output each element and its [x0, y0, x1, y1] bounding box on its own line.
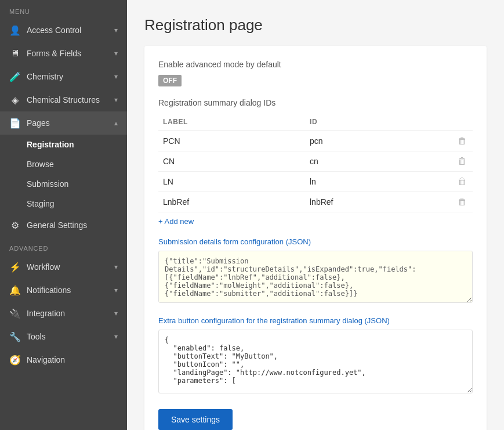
col-label-header: LABEL [158, 118, 305, 126]
sidebar-item-pages[interactable]: 📄 Pages ▴ [0, 111, 127, 135]
main-content: Registration page Enable advanced mode b… [127, 0, 504, 430]
sidebar-subitem-label: Submission [27, 179, 68, 189]
sidebar-subitem-label: Staging [27, 199, 54, 208]
sidebar-subitem-label: Registration [27, 140, 74, 149]
row-label: CN [158, 157, 305, 166]
workflow-icon: ⚡ [9, 261, 21, 273]
chemical-structures-icon: ◈ [9, 94, 21, 106]
chevron-down-icon: ▾ [114, 309, 118, 317]
row-id: cn [305, 157, 452, 166]
sidebar-item-label: Forms & Fields [27, 49, 114, 58]
sidebar-item-label: Workflow [27, 262, 114, 272]
sidebar-subitem-staging[interactable]: Staging [0, 194, 127, 214]
chevron-down-icon: ▾ [114, 286, 118, 294]
navigation-icon: 🧭 [9, 354, 21, 366]
row-id: ln [305, 177, 452, 186]
table-row: LnbRef lnbRef 🗑 [158, 192, 473, 212]
sidebar-subitem-submission[interactable]: Submission [0, 174, 127, 194]
save-settings-button[interactable]: Save settings [158, 409, 233, 430]
table-row: LN ln 🗑 [158, 172, 473, 192]
sidebar-item-notifications[interactable]: 🔔 Notifications ▾ [0, 279, 127, 302]
forms-icon: 🖥 [9, 48, 21, 59]
bell-icon: 🔔 [9, 284, 21, 296]
chemistry-icon: 🧪 [9, 71, 21, 82]
sidebar-item-tools[interactable]: 🔧 Tools ▾ [0, 325, 127, 348]
settings-card: Enable advanced mode by default OFF Regi… [144, 46, 487, 430]
integration-icon: 🔌 [9, 308, 21, 319]
sidebar-item-forms-fields[interactable]: 🖥 Forms & Fields ▾ [0, 42, 127, 65]
pages-icon: 📄 [9, 117, 21, 129]
gear-icon: ⚙ [9, 219, 21, 231]
chevron-up-icon: ▴ [114, 119, 118, 127]
sidebar-item-label: Tools [27, 332, 114, 341]
sidebar-subitem-registration[interactable]: Registration [0, 135, 127, 154]
sidebar-item-chemical-structures[interactable]: ◈ Chemical Structures ▾ [0, 88, 127, 111]
menu-section-label: MENU [0, 0, 127, 19]
chevron-down-icon: ▾ [114, 263, 118, 271]
sidebar-item-integration[interactable]: 🔌 Integration ▾ [0, 302, 127, 325]
sidebar-item-workflow[interactable]: ⚡ Workflow ▾ [0, 255, 127, 279]
sidebar-item-label: Integration [27, 309, 114, 318]
chevron-down-icon: ▾ [114, 73, 118, 81]
delete-row-button[interactable]: 🗑 [452, 136, 473, 146]
extra-button-config-textarea[interactable] [158, 330, 473, 393]
sidebar-item-label: Navigation [27, 355, 118, 364]
toggle-label: Enable advanced mode by default [158, 60, 473, 69]
row-label: LnbRef [158, 197, 305, 207]
chevron-down-icon: ▾ [114, 49, 118, 57]
add-new-button[interactable]: + Add new [158, 217, 194, 226]
sidebar-item-label: Pages [27, 118, 114, 128]
access-control-icon: 👤 [9, 24, 21, 36]
advanced-section-label: ADVANCED [0, 237, 127, 255]
sidebar-item-chemistry[interactable]: 🧪 Chemistry ▾ [0, 65, 127, 88]
sidebar-item-label: Chemistry [27, 72, 114, 81]
extra-button-config-label: Extra button configuration for the regis… [158, 316, 473, 325]
sidebar: MENU 👤 Access Control ▾ 🖥 Forms & Fields… [0, 0, 127, 430]
submission-config-label: Submission details form configuration (J… [158, 237, 473, 246]
delete-row-button[interactable]: 🗑 [452, 156, 473, 167]
chevron-down-icon: ▾ [114, 333, 118, 341]
summary-table-label: Registration summary dialog IDs [158, 98, 473, 107]
col-action-header [452, 118, 473, 126]
chevron-down-icon: ▾ [114, 26, 118, 34]
row-id: lnbRef [305, 197, 452, 207]
sidebar-subitem-label: Browse [27, 160, 54, 169]
submission-config-textarea[interactable] [158, 251, 473, 303]
table-header: LABEL ID [158, 113, 473, 131]
summary-table-section: Registration summary dialog IDs LABEL ID… [158, 98, 473, 226]
page-title: Registration page [144, 16, 487, 34]
tools-icon: 🔧 [9, 331, 21, 342]
submission-config-section: Submission details form configuration (J… [158, 237, 473, 305]
chevron-down-icon: ▾ [114, 96, 118, 104]
sidebar-item-label: Access Control [27, 26, 114, 35]
delete-row-button[interactable]: 🗑 [452, 197, 473, 207]
col-id-header: ID [305, 118, 452, 126]
sidebar-subitem-browse[interactable]: Browse [0, 154, 127, 174]
sidebar-item-label: Notifications [27, 286, 114, 295]
sidebar-item-general-settings[interactable]: ⚙ General Settings [0, 214, 127, 237]
row-id: pcn [305, 136, 452, 146]
table-row: PCN pcn 🗑 [158, 131, 473, 151]
sidebar-item-navigation[interactable]: 🧭 Navigation [0, 348, 127, 371]
advanced-mode-toggle[interactable]: OFF [158, 75, 182, 86]
sidebar-item-access-control[interactable]: 👤 Access Control ▾ [0, 19, 127, 42]
row-label: PCN [158, 136, 305, 146]
table-row: CN cn 🗑 [158, 151, 473, 172]
row-label: LN [158, 177, 305, 186]
sidebar-item-label: General Settings [27, 221, 118, 230]
sidebar-item-label: Chemical Structures [27, 95, 114, 104]
toggle-container: OFF [158, 75, 473, 86]
delete-row-button[interactable]: 🗑 [452, 176, 473, 187]
extra-button-config-section: Extra button configuration for the regis… [158, 316, 473, 395]
